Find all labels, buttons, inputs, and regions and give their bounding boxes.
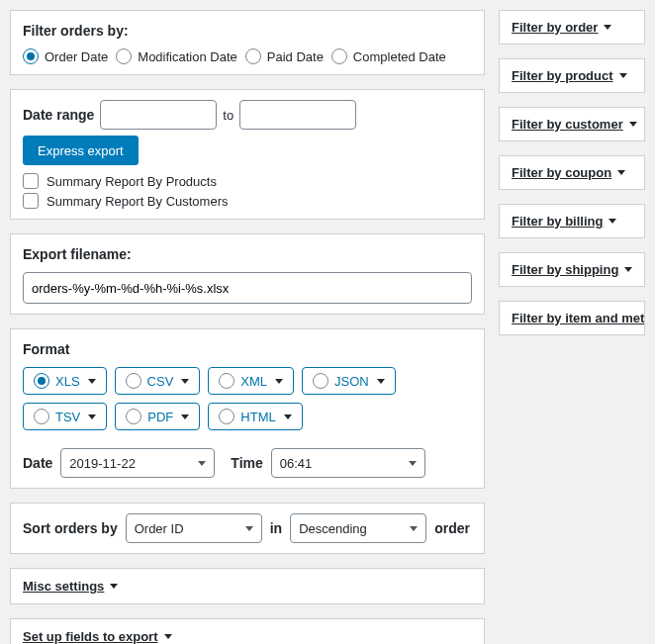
setup-fields-panel[interactable]: Set up fields to export (10, 618, 485, 644)
radio-order-date-input[interactable] (23, 48, 39, 64)
format-json[interactable]: JSON (302, 367, 396, 395)
sidebar-item-label: Filter by order (512, 20, 598, 35)
format-json-radio[interactable] (313, 373, 328, 389)
format-xml[interactable]: XML (208, 367, 294, 395)
format-pdf-label: PDF (147, 410, 173, 424)
caret-down-icon (624, 267, 632, 272)
express-export-button[interactable]: Express export (23, 136, 139, 165)
radio-paid-date-label: Paid Date (267, 49, 324, 64)
caret-down-icon (619, 73, 627, 78)
sidebar-filter-shipping[interactable]: Filter by shipping (499, 252, 645, 287)
radio-completed-date-input[interactable] (331, 48, 347, 64)
radio-paid-date[interactable]: Paid Date (245, 48, 324, 64)
summary-customers-row[interactable]: Summary Report By Customers (23, 193, 472, 209)
caret-down-icon (88, 414, 96, 419)
filter-orders-panel: Filter orders by: Order Date Modificatio… (10, 10, 485, 75)
date-range-row: Date range to Express export (23, 100, 472, 165)
export-filename-panel: Export filename: (10, 233, 485, 315)
caret-down-icon (604, 25, 611, 30)
format-xls[interactable]: XLS (23, 367, 107, 395)
sort-suffix: order (434, 520, 470, 536)
sidebar-filter-order[interactable]: Filter by order (499, 10, 645, 45)
export-filename-input[interactable] (23, 272, 472, 304)
filter-orders-title: Filter orders by: (23, 23, 472, 39)
format-pdf[interactable]: PDF (115, 403, 200, 430)
sort-prefix: Sort orders by (23, 520, 118, 536)
format-options: XLS CSV XML JSON (23, 367, 472, 430)
sidebar-filter-coupon[interactable]: Filter by coupon (499, 155, 645, 190)
chevron-down-icon (245, 526, 253, 531)
sidebar-filter-item-meta[interactable]: Filter by item and met (499, 301, 645, 335)
sidebar-item-label: Filter by coupon (512, 165, 611, 180)
summary-products-row[interactable]: Summary Report By Products (23, 173, 472, 189)
format-csv[interactable]: CSV (115, 367, 201, 395)
date-range-to-label: to (223, 108, 234, 123)
caret-down-icon (275, 379, 283, 384)
date-label: Date (23, 455, 52, 471)
format-json-label: JSON (334, 374, 369, 389)
radio-modification-date[interactable]: Modification Date (116, 48, 236, 64)
format-tsv-radio[interactable] (34, 409, 49, 424)
date-to-input[interactable] (239, 100, 356, 130)
sort-direction-select[interactable]: Descending (290, 513, 426, 543)
caret-down-icon (617, 170, 625, 175)
radio-modification-date-input[interactable] (116, 48, 132, 64)
format-html-radio[interactable] (219, 409, 234, 424)
sidebar-item-label: Filter by product (512, 68, 613, 83)
date-select-value: 2019-11-22 (69, 456, 136, 471)
sidebar-filter-customer[interactable]: Filter by customer (499, 107, 645, 141)
sidebar-filter-product[interactable]: Filter by product (499, 58, 645, 93)
date-range-label: Date range (23, 107, 94, 123)
summary-products-label: Summary Report By Products (47, 174, 217, 189)
sidebar-item-label: Filter by shipping (512, 262, 618, 277)
format-xls-radio[interactable] (34, 373, 49, 389)
radio-modification-date-label: Modification Date (138, 49, 236, 64)
format-xls-label: XLS (55, 374, 80, 389)
sort-in-label: in (270, 520, 282, 536)
sort-panel: Sort orders by Order ID in Descending or… (10, 503, 485, 554)
caret-down-icon (629, 122, 637, 127)
time-label: Time (231, 455, 262, 471)
caret-down-icon (284, 414, 292, 419)
sidebar-item-label: Filter by customer (512, 117, 623, 132)
date-select[interactable]: 2019-11-22 (60, 448, 215, 478)
sidebar-filter-billing[interactable]: Filter by billing (499, 204, 645, 238)
format-tsv-label: TSV (55, 410, 80, 424)
radio-completed-date[interactable]: Completed Date (331, 48, 446, 64)
format-html-label: HTML (240, 410, 275, 424)
summary-products-checkbox[interactable] (23, 173, 39, 189)
caret-down-icon (164, 634, 172, 639)
format-html[interactable]: HTML (208, 403, 302, 430)
date-from-input[interactable] (100, 100, 217, 130)
summary-customers-label: Summary Report By Customers (47, 194, 229, 209)
sort-field-value: Order ID (135, 521, 184, 536)
chevron-down-icon (410, 526, 418, 531)
format-tsv[interactable]: TSV (23, 403, 107, 430)
caret-down-icon (377, 379, 385, 384)
chevron-down-icon (198, 461, 206, 466)
filter-orders-options: Order Date Modification Date Paid Date C… (23, 48, 472, 64)
format-title: Format (23, 341, 472, 357)
format-panel: Format XLS CSV XML (10, 328, 485, 489)
radio-order-date[interactable]: Order Date (23, 48, 108, 64)
format-csv-radio[interactable] (126, 373, 141, 389)
sidebar: Filter by order Filter by product Filter… (499, 10, 645, 644)
sort-direction-value: Descending (299, 521, 367, 536)
misc-settings-title: Misc settings (23, 579, 104, 594)
caret-down-icon (88, 379, 96, 384)
sort-field-select[interactable]: Order ID (126, 513, 262, 543)
radio-paid-date-input[interactable] (245, 48, 261, 64)
sidebar-item-label: Filter by item and met (512, 311, 644, 325)
time-select[interactable]: 06:41 (271, 448, 425, 478)
caret-down-icon (110, 584, 118, 589)
format-pdf-radio[interactable] (126, 409, 141, 424)
misc-settings-header: Misc settings (23, 579, 118, 594)
date-time-row: Date 2019-11-22 Time 06:41 (23, 448, 472, 478)
format-xml-radio[interactable] (219, 373, 234, 389)
misc-settings-panel[interactable]: Misc settings (10, 568, 485, 604)
caret-down-icon (608, 219, 616, 224)
time-select-value: 06:41 (280, 456, 313, 471)
caret-down-icon (181, 379, 189, 384)
summary-customers-checkbox[interactable] (23, 193, 39, 209)
radio-order-date-label: Order Date (45, 49, 108, 64)
